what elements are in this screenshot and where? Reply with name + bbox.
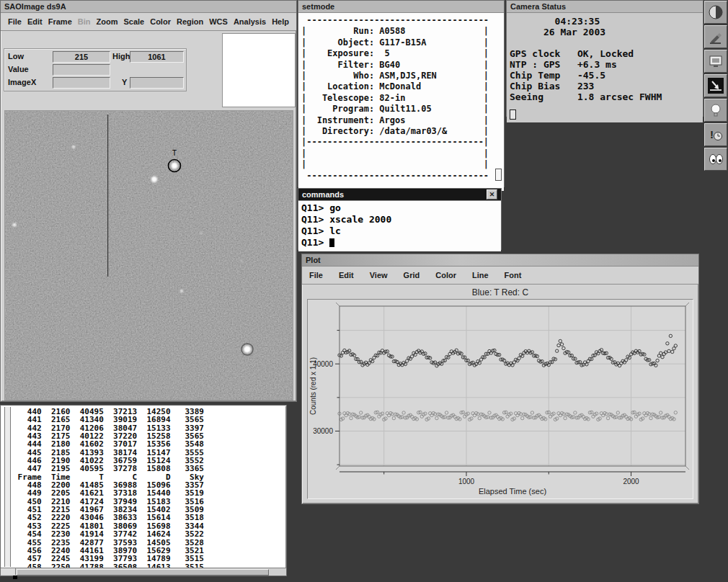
low-label: Low xyxy=(8,52,24,61)
y-label: Y xyxy=(122,78,127,86)
desktop: SAOImage ds9A FileEditFrameBinZoomScaleC… xyxy=(0,0,728,582)
target-label: T xyxy=(172,149,177,157)
datapoint-T xyxy=(557,344,560,346)
setmode-content: ----------------------------------- | Ru… xyxy=(298,13,504,191)
menu-item-color[interactable]: Color xyxy=(435,271,456,279)
commands-titlebar[interactable]: commands ✕ xyxy=(298,189,501,201)
lightcurve-chart: 300004000010002000Elapsed Time (sec)Coun… xyxy=(308,300,691,497)
magnifier-panel xyxy=(222,33,296,107)
datapoint-T xyxy=(671,350,674,353)
x-entry[interactable] xyxy=(53,77,110,89)
menu-item-zoom[interactable]: Zoom xyxy=(97,17,118,26)
xtick-label: 1000 xyxy=(458,478,475,485)
menu-item-wcs[interactable]: WCS xyxy=(209,17,228,26)
menu-item-view[interactable]: View xyxy=(370,271,388,279)
menu-item-file[interactable]: File xyxy=(309,271,323,279)
setmode-window-title: setmode xyxy=(302,2,334,11)
scrollbar-corner-box[interactable] xyxy=(1,568,16,575)
datapoint-T xyxy=(556,349,559,352)
y-axis-title: Counts (red x 1.1) xyxy=(309,357,317,415)
datapoint-T xyxy=(625,359,628,362)
high-label: High xyxy=(112,52,130,61)
datapoint-C xyxy=(674,411,677,414)
x-axis-title: Elapsed Time (sec) xyxy=(479,487,546,496)
bad-column xyxy=(107,115,108,277)
menu-item-edit[interactable]: Edit xyxy=(339,271,354,279)
datapoint-T xyxy=(666,342,669,345)
menu-item-color[interactable]: Color xyxy=(150,17,171,26)
plot-window-title: Plot xyxy=(306,256,321,264)
x-label: X xyxy=(31,78,36,86)
camera-text-cursor xyxy=(510,109,516,120)
y-entry[interactable] xyxy=(130,77,184,89)
menu-item-file[interactable]: File xyxy=(8,17,22,26)
menu-item-line[interactable]: Line xyxy=(472,271,489,279)
svg-text:!: ! xyxy=(710,128,714,140)
canvas-grip[interactable] xyxy=(336,466,339,470)
plot-titlebar[interactable]: Plot xyxy=(302,254,698,267)
menu-item-region[interactable]: Region xyxy=(177,17,203,26)
eyes-icon xyxy=(708,151,724,167)
terminal-cursor xyxy=(329,238,334,247)
commands-window: commands ✕ Q11> go Q11> xscale 2000 Q11>… xyxy=(298,188,502,250)
ds9-titlebar[interactable]: SAOImage ds9A xyxy=(1,1,296,13)
datapoint-C xyxy=(360,411,363,414)
datapoint-C xyxy=(445,411,448,414)
image-label: Image xyxy=(8,78,31,86)
ds9-menubar: FileEditFrameBinZoomScaleColorRegionWCSA… xyxy=(1,13,296,31)
datapoint-T xyxy=(667,349,670,352)
ds9-info-panel: Low 215 High 1061 Value Image X Y xyxy=(1,31,296,109)
photometry-table-window: 440 2160 40495 37213 14250 3389 441 2165… xyxy=(0,405,287,576)
command-history: Q11> go Q11> xscale 2000 Q11> lc Q11> xyxy=(301,202,498,249)
target-star xyxy=(172,163,178,169)
menu-item-scale[interactable]: Scale xyxy=(123,17,144,26)
starfield-svg: T xyxy=(5,111,293,400)
datapoint-T xyxy=(410,355,413,358)
datapoint-T xyxy=(656,359,659,362)
datapoint-C xyxy=(606,416,609,419)
dock-button-lightbulb[interactable] xyxy=(704,99,727,122)
dock-button-globe[interactable] xyxy=(704,1,727,24)
setmode-scrollbar-thumb[interactable] xyxy=(495,169,502,181)
canvas-grip[interactable] xyxy=(685,303,689,306)
dock-button-alarm[interactable]: ! xyxy=(704,123,727,146)
menu-item-grid[interactable]: Grid xyxy=(404,271,420,279)
canvas-grip[interactable] xyxy=(336,303,339,306)
datapoint-T xyxy=(661,356,664,359)
datapoint-C xyxy=(564,416,567,419)
datapoint-C xyxy=(574,411,577,414)
table-vertical-scrollbar[interactable] xyxy=(4,407,11,567)
scrollbar-thumb[interactable] xyxy=(17,569,269,576)
datapoint-C xyxy=(521,416,524,419)
low-entry[interactable]: 215 xyxy=(53,51,110,63)
value-entry[interactable] xyxy=(53,64,110,76)
dock-button-hand-pen[interactable] xyxy=(704,25,727,48)
globe-icon xyxy=(708,4,724,20)
table-horizontal-scrollbar[interactable] xyxy=(1,568,286,576)
dock-button-eyes[interactable] xyxy=(704,148,727,171)
ds9-window-title: SAOImage ds9A xyxy=(4,2,66,11)
close-icon[interactable]: ✕ xyxy=(487,189,497,200)
dock: ! xyxy=(704,1,727,172)
menu-item-analysis[interactable]: Analysis xyxy=(234,17,266,26)
setmode-titlebar[interactable]: setmode xyxy=(298,1,504,13)
high-entry[interactable]: 1061 xyxy=(130,51,184,63)
menu-item-edit[interactable]: Edit xyxy=(27,17,43,26)
lightbulb-icon xyxy=(708,102,724,118)
menu-item-help[interactable]: Help xyxy=(272,17,289,26)
ccd-image[interactable]: T xyxy=(4,110,293,400)
plot-canvas: 300004000010002000Elapsed Time (sec)Coun… xyxy=(307,299,693,499)
comparison-star xyxy=(244,346,251,353)
datapoint-C xyxy=(488,411,491,414)
dock-button-arrow-graph[interactable] xyxy=(704,74,727,97)
commands-content[interactable]: Q11> go Q11> xscale 2000 Q11> lc Q11> xyxy=(298,201,501,251)
dock-button-monitor[interactable] xyxy=(704,50,727,73)
camera-titlebar[interactable]: Camera Status xyxy=(507,1,703,13)
hand-pen-icon xyxy=(708,29,724,45)
menu-item-frame[interactable]: Frame xyxy=(48,17,72,26)
arrow-graph-icon xyxy=(708,78,724,94)
menu-item-font[interactable]: Font xyxy=(505,271,522,279)
camera-window-title: Camera Status xyxy=(510,2,566,11)
canvas-grip[interactable] xyxy=(685,466,689,470)
datapoint-C xyxy=(392,416,395,419)
